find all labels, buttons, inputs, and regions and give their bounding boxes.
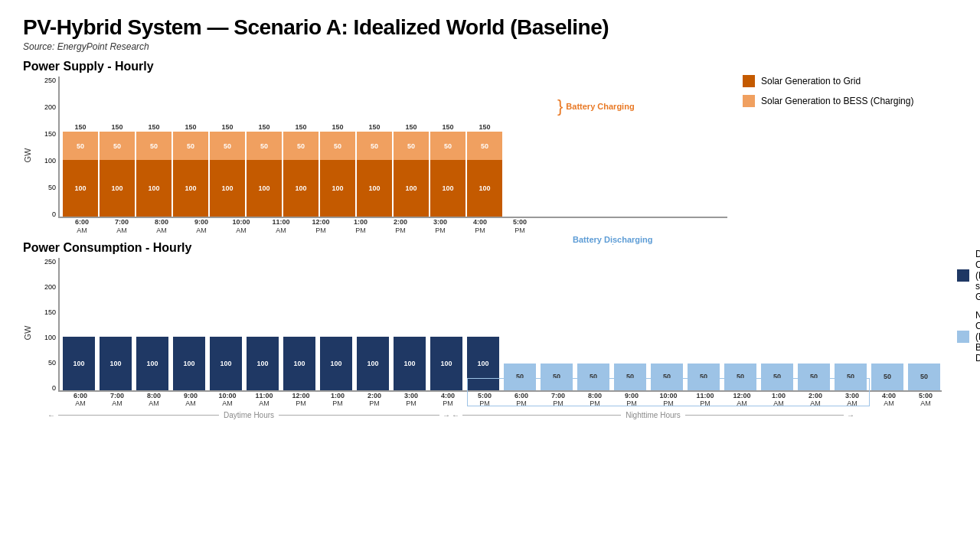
consumption-night-xlabel: 5:00AM	[910, 392, 942, 409]
consumption-chart-wrapper: GW 0 50 100 150 200 250	[23, 258, 942, 409]
supply-chart-wrapper: GW 0 50 100 150 200 250	[23, 77, 727, 235]
supply-xlabel: 12:00PM	[303, 218, 338, 235]
supply-bar-bess: 50	[394, 132, 429, 160]
consumption-day-bar: 100	[320, 337, 352, 390]
supply-bar-total-label: 150	[368, 123, 380, 131]
supply-bar-group: 15050100	[467, 123, 502, 217]
supply-bar-total-label: 150	[258, 123, 270, 131]
supply-legend-item: Solar Generation to Grid	[743, 75, 957, 87]
consumption-title: Power Consumption - Hourly	[23, 241, 942, 255]
consumption-day-bar-group: 100	[100, 337, 132, 390]
consumption-night-bar-group: 50	[504, 364, 536, 390]
consumption-night-bar: 50	[835, 364, 867, 390]
consumption-day-bar-group: 100	[283, 337, 315, 390]
consumption-night-bar-group: 50	[908, 364, 940, 390]
supply-xlabel: 9:00AM	[184, 218, 219, 235]
consumption-y-label: GW	[23, 258, 35, 409]
supply-bar-total-label: 150	[111, 123, 122, 131]
consumption-day-xlabel: 2:00PM	[358, 392, 390, 409]
supply-bar-group: 15050100	[357, 123, 392, 217]
supply-bar-bess: 50	[63, 132, 98, 160]
consumption-night-bar-group: 50	[835, 364, 867, 390]
supply-bar-group: 15050100	[320, 123, 355, 217]
supply-bar-grid: 100	[173, 160, 208, 217]
supply-chart-area: Power Supply - Hourly GW 0 50 100 150 20…	[23, 60, 727, 235]
consumption-day-xlabel: 9:00AM	[175, 392, 207, 409]
consumption-legend-swatch	[957, 269, 969, 282]
cons-ytick-150: 150	[44, 308, 56, 316]
supply-xlabel: 1:00PM	[343, 218, 378, 235]
supply-bar-bess: 50	[210, 132, 245, 160]
consumption-day-xlabel: 4:00PM	[432, 392, 464, 409]
consumption-day-xlabel: 11:00AM	[248, 392, 280, 409]
supply-bar-grid: 100	[63, 160, 98, 217]
consumption-night-bar-group: 50	[541, 364, 573, 390]
supply-bar-bess: 50	[283, 132, 318, 160]
consumption-night-xlabel: 8:00PM	[579, 392, 611, 409]
consumption-night-xlabel: 1:00AM	[763, 392, 795, 409]
consumption-night-xlabel: 10:00PM	[652, 392, 684, 409]
supply-xlabel: 11:00AM	[263, 218, 299, 235]
consumption-day-bar: 100	[100, 337, 132, 390]
supply-ytick-0: 0	[52, 210, 56, 218]
supply-bar-grid: 100	[394, 160, 429, 217]
consumption-day-bar-group: 100	[63, 337, 95, 390]
consumption-section: Power Consumption - Hourly GW 0 50 100 1…	[23, 241, 957, 420]
consumption-night-bar: 50	[651, 364, 683, 390]
consumption-night-bar: 50	[798, 364, 830, 390]
consumption-day-bar-group: 100	[247, 337, 279, 390]
supply-bar-group: 15050100	[136, 123, 172, 217]
consumption-day-bar: 100	[394, 337, 426, 390]
consumption-night-bar-group: 50	[614, 364, 646, 390]
supply-ytick-100: 100	[44, 157, 56, 165]
consumption-night-bar: 50	[614, 364, 646, 390]
consumption-day-xlabel: 6:00AM	[64, 392, 96, 409]
consumption-day-bar: 100	[467, 337, 499, 390]
consumption-day-bar-group: 100	[210, 337, 242, 390]
consumption-day-bar-group: 100	[394, 337, 426, 390]
consumption-day-bar-group: 100	[357, 337, 389, 390]
supply-bar-group: 15050100	[63, 123, 98, 217]
consumption-night-bar-group: 50	[798, 364, 830, 390]
consumption-night-xlabel: 7:00PM	[542, 392, 574, 409]
consumption-night-bar-group: 50	[688, 364, 720, 390]
consumption-legend-item: Nighttime Consumption (Met by BESS Disch…	[957, 310, 980, 364]
consumption-night-bar: 50	[761, 364, 793, 390]
supply-legend-label: Solar Generation to BESS (Charging)	[761, 96, 913, 106]
supply-ytick-50: 50	[48, 184, 56, 191]
consumption-day-xlabel: 3:00PM	[395, 392, 427, 409]
consumption-day-xlabel: 7:00AM	[101, 392, 133, 409]
consumption-night-xlabel: 2:00AM	[799, 392, 831, 409]
supply-bar-total-label: 150	[148, 123, 159, 131]
cons-ytick-200: 200	[44, 283, 56, 291]
hours-label-row: ←Daytime Hours→ ←Nighttime Hours→	[47, 411, 942, 419]
supply-bar-grid: 100	[247, 160, 282, 217]
battery-discharging-annotation: Battery Discharging	[573, 235, 653, 259]
supply-bar-total-label: 150	[185, 123, 196, 131]
consumption-night-bar-group: 50	[724, 364, 756, 390]
consumption-day-bar: 100	[247, 337, 279, 390]
supply-y-label: GW	[23, 77, 35, 235]
supply-bar-group: 15050100	[247, 123, 282, 217]
supply-xlabel: 10:00AM	[224, 218, 259, 235]
consumption-night-xlabel: 6:00PM	[505, 392, 537, 409]
supply-bar-bess: 50	[430, 132, 466, 160]
consumption-night-xlabel: 11:00PM	[689, 392, 721, 409]
battery-charging-text: Battery Charging	[566, 102, 634, 111]
supply-legend-label: Solar Generation to Grid	[761, 76, 861, 86]
cons-ytick-250: 250	[44, 258, 56, 266]
supply-xlabel: 3:00PM	[423, 218, 458, 235]
consumption-day-bar-group: 100	[430, 337, 462, 390]
supply-legend: Solar Generation to GridSolar Generation…	[727, 60, 957, 115]
cons-ytick-50: 50	[48, 359, 56, 367]
consumption-day-bar: 100	[63, 337, 95, 390]
consumption-night-xlabel: 3:00AM	[836, 392, 868, 409]
consumption-day-bar: 100	[173, 337, 205, 390]
consumption-chart-area: Power Consumption - Hourly GW 0 50 100 1…	[23, 241, 942, 420]
consumption-night-bar-group: 50	[651, 364, 683, 390]
consumption-day-bar-group: 100	[467, 337, 499, 390]
battery-charging-annotation: } Battery Charging	[557, 98, 635, 115]
supply-ytick-150: 150	[44, 130, 56, 138]
supply-xlabel: 7:00AM	[104, 218, 139, 235]
consumption-night-bar: 50	[724, 364, 756, 390]
